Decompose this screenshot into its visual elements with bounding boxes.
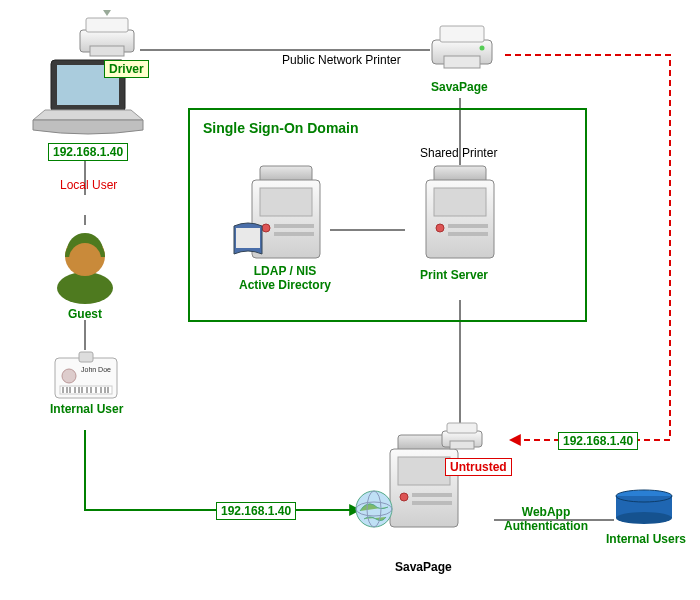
guest-label: Guest xyxy=(68,307,102,321)
flow-ip-right: 192.168.1.40 xyxy=(558,432,638,450)
svg-point-18 xyxy=(65,236,105,276)
local-user-label: Local User xyxy=(60,178,117,192)
svg-point-60 xyxy=(356,491,392,527)
svg-point-20 xyxy=(69,243,101,275)
svg-rect-9 xyxy=(86,18,128,32)
svg-rect-51 xyxy=(398,435,450,453)
internal-users-db-label: Internal Users xyxy=(606,532,686,546)
svg-point-61 xyxy=(356,502,392,516)
svg-point-63 xyxy=(616,490,672,502)
svg-rect-10 xyxy=(90,46,124,56)
svg-rect-24 xyxy=(60,386,112,394)
sso-title: Single Sign-On Domain xyxy=(203,120,359,136)
svg-rect-22 xyxy=(79,352,93,362)
internal-user-label: Internal User xyxy=(50,402,123,416)
savapage-printer-label: SavaPage xyxy=(431,80,488,94)
svg-rect-57 xyxy=(442,431,482,447)
svg-rect-56 xyxy=(412,501,452,505)
driver-badge: Driver xyxy=(104,60,149,78)
svg-rect-64 xyxy=(616,496,672,518)
svg-point-16 xyxy=(480,46,485,51)
svg-point-23 xyxy=(62,369,76,383)
untrusted-badge: Untrusted xyxy=(445,458,512,476)
webapp-auth-label: WebApp Authentication xyxy=(504,505,588,533)
svg-rect-55 xyxy=(412,493,452,497)
print-server-label: Print Server xyxy=(420,268,488,282)
svg-point-17 xyxy=(57,272,113,304)
shared-printer-label: Shared Printer xyxy=(420,146,497,160)
public-network-printer-label: Public Network Printer xyxy=(282,53,401,67)
svg-point-66 xyxy=(616,490,672,502)
svg-point-65 xyxy=(616,512,672,524)
ldap-label: LDAP / NIS Active Directory xyxy=(225,264,345,292)
svg-rect-14 xyxy=(440,26,484,42)
flow-ip-left: 192.168.1.40 xyxy=(216,502,296,520)
svg-point-62 xyxy=(367,491,381,527)
svg-rect-13 xyxy=(432,40,492,64)
laptop-ip-label: 192.168.1.40 xyxy=(48,143,128,161)
svg-rect-58 xyxy=(447,423,477,433)
svg-text:John Doe: John Doe xyxy=(81,366,111,373)
svg-rect-21 xyxy=(55,358,117,398)
svg-rect-8 xyxy=(80,30,134,52)
svg-point-19 xyxy=(67,233,103,269)
svg-rect-53 xyxy=(398,457,450,485)
svg-rect-15 xyxy=(444,56,480,68)
savapage-server-label: SavaPage xyxy=(395,560,452,574)
svg-point-54 xyxy=(400,493,408,501)
svg-rect-59 xyxy=(450,441,474,449)
